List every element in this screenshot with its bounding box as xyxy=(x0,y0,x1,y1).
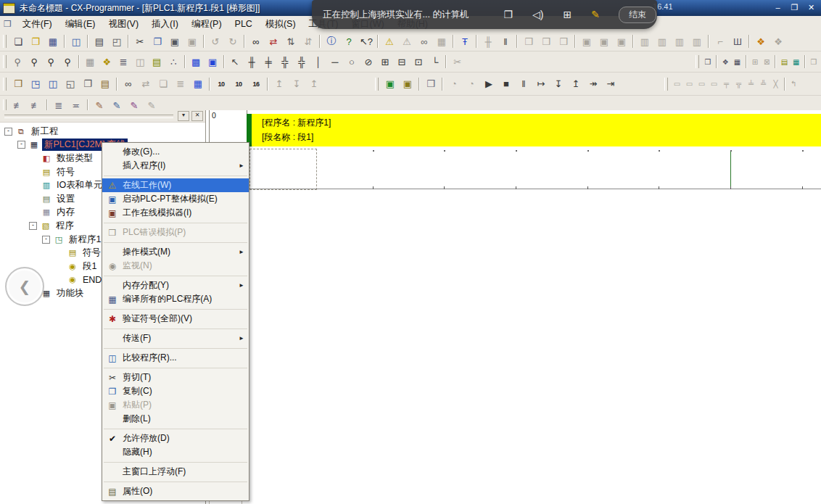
menu-item-float-in-main-window[interactable]: 主窗口上浮动(F) xyxy=(102,465,249,479)
toolbar-grip[interactable] xyxy=(3,55,7,68)
zoom-out-button[interactable]: ⚲ xyxy=(27,54,42,69)
select-mode-button[interactable]: ↖ xyxy=(228,54,243,69)
close-button[interactable]: ✕ xyxy=(804,1,818,12)
net-junction1-button[interactable]: ╤ xyxy=(721,77,732,91)
io-table-view2-button[interactable]: ▥ xyxy=(654,34,670,49)
toolbar-grip[interactable] xyxy=(3,78,7,91)
menu-item-operating-mode[interactable]: 操作模式(M)► xyxy=(102,245,249,259)
function-return-button[interactable]: └ xyxy=(427,54,442,69)
ladder-editor[interactable]: 0 [程序名 : 新程序1] [段名称 : 段1] xyxy=(206,110,821,504)
transfer-to-plc-button[interactable]: Ŧ xyxy=(457,34,473,49)
address-list-button[interactable]: ≣ xyxy=(173,77,189,91)
key-button[interactable]: ❖ xyxy=(753,34,769,49)
toolbar-grip[interactable] xyxy=(696,55,699,68)
collapse-sidebar-button[interactable]: ❮ xyxy=(5,267,44,306)
plc-monitor3-button[interactable]: ▣ xyxy=(614,34,630,49)
rung-wrap-button[interactable]: ∴ xyxy=(166,54,181,69)
menu-item-compile-all-plc-programs[interactable]: ▦编译所有的PLC程序(A) xyxy=(102,292,249,306)
rack2-button[interactable]: Ш xyxy=(730,34,746,49)
menu-item-verify-symbols-all[interactable]: ✱验证符号(全部)(V) xyxy=(102,312,249,326)
sim-step-button[interactable]: ↦ xyxy=(533,77,549,91)
mdi-child-icon[interactable]: ❒ xyxy=(4,19,12,29)
contact-nc-button[interactable]: ╪ xyxy=(261,54,276,69)
save-button[interactable]: ▦ xyxy=(45,34,61,49)
speaker-icon[interactable]: ◁) xyxy=(532,9,543,20)
find-next-button[interactable]: ⇅ xyxy=(283,34,299,49)
redo-button[interactable]: ↻ xyxy=(225,34,241,49)
online-edit-send-button[interactable]: ⊠ xyxy=(762,54,772,69)
print-preview-button[interactable]: ◰ xyxy=(109,34,125,49)
toolbar-grip[interactable] xyxy=(3,35,7,48)
menubar-item-0[interactable]: 文件(F) xyxy=(16,17,59,32)
menu-item-monitor[interactable]: ◉监视(N) xyxy=(102,259,249,273)
window-misc-button[interactable]: ❒ xyxy=(809,54,819,69)
st-view-button[interactable]: ▦ xyxy=(791,54,801,69)
replace-button[interactable]: ⇄ xyxy=(265,34,281,49)
menu-item-delete[interactable]: 删除(L) xyxy=(102,412,249,426)
net-return-button[interactable]: ↰ xyxy=(788,77,799,91)
sim-stop-button[interactable]: ■ xyxy=(498,77,514,91)
simulator-doc-button[interactable]: ❒ xyxy=(423,77,439,91)
sim-scan-button[interactable]: ◔ xyxy=(446,77,462,91)
pause-monitor-button[interactable]: ‖ xyxy=(498,34,513,49)
ladder-view-button[interactable]: ▤ xyxy=(149,54,165,69)
fullscreen-icon[interactable]: ❐ xyxy=(503,9,513,20)
new-file-button[interactable]: ❏ xyxy=(10,34,26,49)
sim-step-out-button[interactable]: ↥ xyxy=(568,77,584,91)
find-symbol-button[interactable]: ∞ xyxy=(120,77,136,91)
rack-button[interactable]: ⌐ xyxy=(712,34,728,49)
menu-item-modify[interactable]: 修改(G)... xyxy=(102,145,249,159)
menubar-item-3[interactable]: 插入(I) xyxy=(145,17,185,32)
expand-collapse-icon[interactable]: - xyxy=(29,222,37,230)
compare-programs-button[interactable]: ◫ xyxy=(68,34,84,49)
menu-item-insert-program[interactable]: 插入程序(I)► xyxy=(102,159,249,173)
open-file-button[interactable]: ❐ xyxy=(28,34,44,49)
find-button[interactable]: ∞ xyxy=(248,34,264,49)
simulator-online-button[interactable]: ▣ xyxy=(382,77,398,91)
sim-step-in-button[interactable]: ↧ xyxy=(550,77,566,91)
menu-item-cut[interactable]: ✂剪切(T) xyxy=(102,371,249,384)
print-button[interactable]: ▤ xyxy=(91,34,107,49)
menu-item-compare-program[interactable]: ◫比较程序(R)... xyxy=(102,351,249,365)
sim-mode-button[interactable]: ◔ xyxy=(463,77,479,91)
signed-decimal-view-button[interactable]: 10 xyxy=(231,77,247,91)
instruction-closed-button[interactable]: ⊟ xyxy=(394,54,409,69)
menubar-item-4[interactable]: 编程(P) xyxy=(185,17,228,32)
simulator-plc-button[interactable]: ▣ xyxy=(400,77,416,91)
zoom-reset-button[interactable]: ⚲ xyxy=(10,54,25,69)
dock-toggle-button[interactable]: ▾ xyxy=(178,111,189,121)
mnemonics-view-button[interactable]: ▩ xyxy=(189,54,204,69)
net-junction4-button[interactable]: ╩ xyxy=(758,77,769,91)
menubar-item-2[interactable]: 视图(V) xyxy=(102,17,145,32)
online-find-button[interactable]: ∞ xyxy=(416,34,432,49)
restore-button[interactable]: ❐ xyxy=(788,1,801,12)
toolbar-grip[interactable] xyxy=(375,78,379,91)
transfer-doc2-button[interactable]: ❒ xyxy=(538,34,554,49)
io-table-view3-button[interactable]: ▥ xyxy=(672,34,688,49)
work-online-toolbar-button[interactable]: ⚠ xyxy=(381,34,397,49)
laser-pen-icon[interactable]: ✎ xyxy=(591,9,600,20)
coil-closed-button[interactable]: ⊘ xyxy=(360,54,376,69)
menu-item-paste[interactable]: ▣粘贴(P) xyxy=(102,398,249,412)
window-split-button[interactable]: ◱ xyxy=(62,77,78,91)
undo-button[interactable]: ↺ xyxy=(207,34,223,49)
annotate-icon[interactable]: ⊞ xyxy=(563,9,572,20)
tree-item-project[interactable]: -⧉新工程 xyxy=(0,125,205,139)
grid-toggle-button[interactable]: ▦ xyxy=(83,54,98,69)
minimize-button[interactable]: – xyxy=(771,1,785,12)
zoom-in-button[interactable]: ⚲ xyxy=(44,54,59,69)
vertical-line-button[interactable]: │ xyxy=(310,54,326,69)
menu-item-properties[interactable]: ▤属性(O) xyxy=(102,484,249,498)
cross-reference-button[interactable]: ⇄ xyxy=(138,77,154,91)
program-blocks-button[interactable]: ▤ xyxy=(779,54,789,69)
decimal-view-button[interactable]: 10 xyxy=(213,77,229,91)
io-table-view4-button[interactable]: ▥ xyxy=(689,34,705,49)
compile-button[interactable]: ❖ xyxy=(720,54,730,69)
menu-item-work-online[interactable]: ⚠在线工作(W) xyxy=(102,178,249,192)
menu-item-hide[interactable]: 隐藏(H) xyxy=(102,445,249,459)
ladder-cursor-cell[interactable] xyxy=(249,149,317,190)
contact-or-no-button[interactable]: ╬ xyxy=(277,54,292,69)
menubar-item-6[interactable]: 模拟(S) xyxy=(259,17,302,32)
sim-continuous-button[interactable]: ↠ xyxy=(585,77,601,91)
end-session-button[interactable]: 结束 xyxy=(619,7,656,23)
